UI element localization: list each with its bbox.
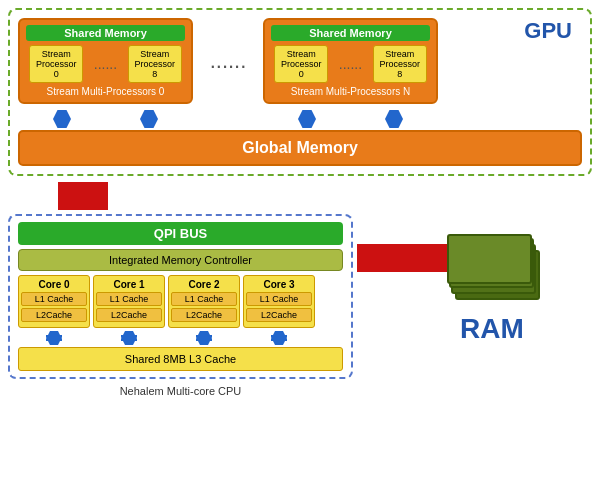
spN-8: StreamProcessor8 <box>373 45 427 83</box>
arrow-smpN-right <box>384 110 404 128</box>
global-memory: Global Memory <box>18 130 582 166</box>
ram-stack <box>447 234 537 309</box>
arrow-core3 <box>271 331 287 345</box>
core2-l1: L1 Cache <box>171 292 237 306</box>
core1-box: Core 1 L1 Cache L2Cache <box>93 275 165 328</box>
big-vertical-arrow <box>58 182 108 210</box>
core2-title: Core 2 <box>171 279 237 290</box>
smpN-box: Shared Memory StreamProcessor0 ...... St… <box>263 18 438 104</box>
core0-l1: L1 Cache <box>21 292 87 306</box>
ram-chip-0 <box>447 234 532 284</box>
arrow-core0 <box>46 331 62 345</box>
smp0-title: Shared Memory <box>26 25 185 41</box>
l3-cache: Shared 8MB L3 Cache <box>18 347 343 371</box>
arrow-core1 <box>121 331 137 345</box>
smpN-label: Stream Multi-Processors N <box>271 86 430 97</box>
qpi-bus: QPI BUS <box>18 222 343 245</box>
arrow-smp0-right <box>139 110 159 128</box>
imc-to-ram-arrow-container <box>357 244 447 272</box>
gpu-section: GPU Shared Memory StreamProcessor0 .....… <box>8 8 592 176</box>
smp0-box: Shared Memory StreamProcessor0 ...... St… <box>18 18 193 104</box>
cpu-label: Nehalem Multi-core CPU <box>120 385 242 397</box>
core3-box: Core 3 L1 Cache L2Cache <box>243 275 315 328</box>
cpu-container: QPI BUS Integrated Memory Controller Cor… <box>8 214 353 379</box>
sp0-8: StreamProcessor8 <box>128 45 182 83</box>
imc-to-ram-arrow <box>357 244 447 272</box>
core1-l2: L2Cache <box>96 308 162 322</box>
imc: Integrated Memory Controller <box>18 249 343 271</box>
sp0-0: StreamProcessor0 <box>29 45 83 83</box>
core0-l2: L2Cache <box>21 308 87 322</box>
core0-title: Core 0 <box>21 279 87 290</box>
smp-dots: ...... <box>203 18 253 74</box>
gpu-label: GPU <box>524 18 572 44</box>
smpN-title: Shared Memory <box>271 25 430 41</box>
core1-title: Core 1 <box>96 279 162 290</box>
dots0: ...... <box>94 56 117 72</box>
arrow-smp0-left <box>52 110 72 128</box>
arrow-core2 <box>196 331 212 345</box>
core2-l2: L2Cache <box>171 308 237 322</box>
core3-l2: L2Cache <box>246 308 312 322</box>
cpu-section: QPI BUS Integrated Memory Controller Cor… <box>8 214 353 379</box>
smpN-inner: StreamProcessor0 ...... StreamProcessor8 <box>271 45 430 83</box>
gpu-top-row: Shared Memory StreamProcessor0 ...... St… <box>18 18 582 104</box>
core3-title: Core 3 <box>246 279 312 290</box>
ram-section: RAM <box>447 234 537 345</box>
smp0-label: Stream Multi-Processors 0 <box>26 86 185 97</box>
core1-l1: L1 Cache <box>96 292 162 306</box>
bottom-section: QPI BUS Integrated Memory Controller Cor… <box>8 214 592 379</box>
cores-row: Core 0 L1 Cache L2Cache Core 1 L1 Cache … <box>18 275 343 328</box>
core3-l1: L1 Cache <box>246 292 312 306</box>
smp0-inner: StreamProcessor0 ...... StreamProcessor8 <box>26 45 185 83</box>
diagram: GPU Shared Memory StreamProcessor0 .....… <box>0 0 600 503</box>
spN-0: StreamProcessor0 <box>274 45 328 83</box>
core2-box: Core 2 L1 Cache L2Cache <box>168 275 240 328</box>
arrow-smpN-left <box>297 110 317 128</box>
dotsN: ...... <box>339 56 362 72</box>
core0-box: Core 0 L1 Cache L2Cache <box>18 275 90 328</box>
ram-label: RAM <box>460 313 524 345</box>
